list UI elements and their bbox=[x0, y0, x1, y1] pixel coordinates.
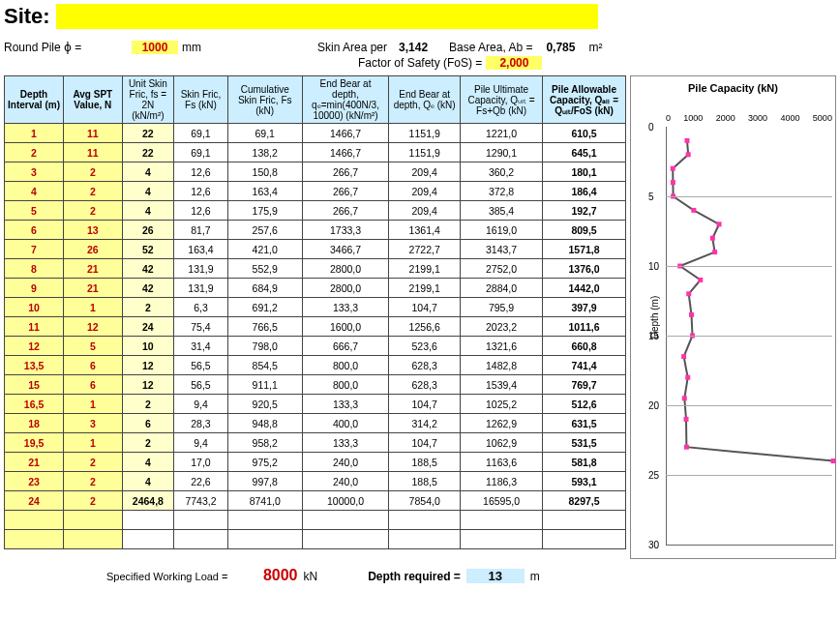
cell: 531,5 bbox=[543, 433, 626, 453]
cell[interactable]: 21 bbox=[64, 279, 122, 298]
cell: 1466,7 bbox=[302, 124, 389, 143]
cell: 2800,0 bbox=[302, 279, 389, 298]
svg-rect-15 bbox=[685, 375, 690, 380]
cell: 372,8 bbox=[461, 182, 543, 201]
col-header: Avg SPT Value, N bbox=[64, 76, 122, 124]
cell[interactable]: 11 bbox=[64, 124, 122, 143]
cell[interactable]: 21 bbox=[5, 453, 64, 472]
cell: 22,6 bbox=[174, 472, 228, 491]
cell: 133,3 bbox=[302, 433, 389, 453]
svg-rect-14 bbox=[681, 354, 686, 359]
cell: 1025,2 bbox=[461, 395, 543, 414]
cell[interactable]: 21 bbox=[64, 259, 122, 279]
table-row: 212417,0975,2240,0188,51163,6581,8 bbox=[5, 453, 626, 472]
cell[interactable]: 13 bbox=[64, 221, 122, 240]
cell[interactable]: 6 bbox=[5, 221, 64, 240]
cell: 138,2 bbox=[227, 143, 302, 162]
cell[interactable]: 1 bbox=[64, 395, 122, 414]
cell: 854,5 bbox=[227, 356, 302, 375]
cell[interactable]: 10 bbox=[5, 298, 64, 317]
cell: 691,2 bbox=[227, 298, 302, 317]
working-load-value[interactable]: 8000 bbox=[233, 567, 297, 584]
cell: 1256,6 bbox=[389, 317, 461, 337]
working-load-unit: kN bbox=[303, 570, 317, 583]
cell: 975,2 bbox=[227, 453, 302, 472]
cell[interactable]: 1 bbox=[64, 433, 122, 453]
cell: 56,5 bbox=[174, 375, 228, 395]
cell[interactable]: 13,5 bbox=[5, 356, 64, 375]
cell: 314,2 bbox=[389, 414, 461, 433]
depth-required-value: 13 bbox=[466, 569, 525, 583]
cell: 4 bbox=[122, 201, 174, 221]
cell[interactable]: 6 bbox=[64, 375, 122, 395]
cell: 6,3 bbox=[174, 298, 228, 317]
cell: 1442,0 bbox=[543, 279, 626, 298]
cell[interactable]: 12 bbox=[5, 337, 64, 356]
table-row: 1251031,4798,0666,7523,61321,6660,8 bbox=[5, 337, 626, 356]
cell: 150,8 bbox=[227, 162, 302, 182]
cell: 1151,9 bbox=[389, 143, 461, 162]
cell[interactable]: 4 bbox=[5, 182, 64, 201]
cell[interactable]: 16,5 bbox=[5, 395, 64, 414]
svg-rect-5 bbox=[691, 208, 696, 213]
cell: 8741,0 bbox=[227, 491, 302, 511]
cell[interactable]: 7 bbox=[5, 240, 64, 259]
col-header: End Bear at depth, qₑ=min(400N/3, 10000)… bbox=[302, 76, 389, 124]
table-row: 92142131,9684,92800,02199,12884,01442,0 bbox=[5, 279, 626, 298]
cell[interactable]: 12 bbox=[64, 317, 122, 337]
cell[interactable]: 19,5 bbox=[5, 433, 64, 453]
cell: 2023,2 bbox=[461, 317, 543, 337]
col-header: Pile Ultimate Capacity, Qᵤₗₜ = Fs+Qb (kN… bbox=[461, 76, 543, 124]
cell[interactable]: 2 bbox=[64, 201, 122, 221]
cell[interactable]: 2 bbox=[5, 143, 64, 162]
cell[interactable]: 11 bbox=[64, 143, 122, 162]
cell[interactable]: 3 bbox=[64, 414, 122, 433]
cell[interactable]: 24 bbox=[5, 491, 64, 511]
cell[interactable]: 11 bbox=[5, 317, 64, 337]
cell: 209,4 bbox=[389, 162, 461, 182]
cell[interactable]: 1 bbox=[64, 298, 122, 317]
cell[interactable]: 5 bbox=[64, 337, 122, 356]
cell: 7743,2 bbox=[174, 491, 228, 511]
cell[interactable]: 2 bbox=[64, 491, 122, 511]
cell[interactable]: 8 bbox=[5, 259, 64, 279]
cell: 795,9 bbox=[461, 298, 543, 317]
cell[interactable]: 6 bbox=[64, 356, 122, 375]
cell[interactable]: 9 bbox=[5, 279, 64, 298]
cell: 645,1 bbox=[543, 143, 626, 162]
cell: 75,4 bbox=[174, 317, 228, 337]
col-header: End Bear at depth, Qₑ (kN) bbox=[389, 76, 461, 124]
site-label: Site: bbox=[4, 4, 50, 29]
table-row: 183628,3948,8400,0314,21262,9631,5 bbox=[5, 414, 626, 433]
col-header: Pile Allowable Capacity, Qₐₗₗ = Qᵤₗₜ/FoS… bbox=[543, 76, 626, 124]
cell: 257,6 bbox=[227, 221, 302, 240]
cell: 1571,8 bbox=[543, 240, 626, 259]
cell[interactable]: 2 bbox=[64, 182, 122, 201]
site-input[interactable] bbox=[56, 4, 598, 29]
cell[interactable]: 23 bbox=[5, 472, 64, 491]
cell: 6 bbox=[122, 414, 174, 433]
cell: 800,0 bbox=[302, 375, 389, 395]
cell[interactable]: 5 bbox=[5, 201, 64, 221]
cell[interactable]: 2 bbox=[64, 453, 122, 472]
cell: 133,3 bbox=[302, 298, 389, 317]
cell: 741,4 bbox=[543, 356, 626, 375]
base-area-label: Base Area, Ab = bbox=[449, 41, 532, 54]
cell[interactable]: 26 bbox=[64, 240, 122, 259]
cell[interactable]: 15 bbox=[5, 375, 64, 395]
pile-capacity-chart: Pile Capacity (kN) 010002000300040005000… bbox=[630, 75, 836, 559]
cell: 28,3 bbox=[174, 414, 228, 433]
cell[interactable]: 3 bbox=[5, 162, 64, 182]
fos-value[interactable]: 2,000 bbox=[486, 56, 542, 70]
svg-rect-19 bbox=[830, 458, 835, 463]
cell: 7854,0 bbox=[389, 491, 461, 511]
cell[interactable]: 2 bbox=[64, 472, 122, 491]
cell: 1539,4 bbox=[461, 375, 543, 395]
cell: 421,0 bbox=[227, 240, 302, 259]
pile-diameter-value[interactable]: 1000 bbox=[132, 41, 178, 54]
cell[interactable]: 1 bbox=[5, 124, 64, 143]
table-row: 1561256,5911,1800,0628,31539,4769,7 bbox=[5, 375, 626, 395]
cell[interactable]: 2 bbox=[64, 162, 122, 182]
svg-rect-2 bbox=[671, 166, 675, 171]
cell[interactable]: 18 bbox=[5, 414, 64, 433]
